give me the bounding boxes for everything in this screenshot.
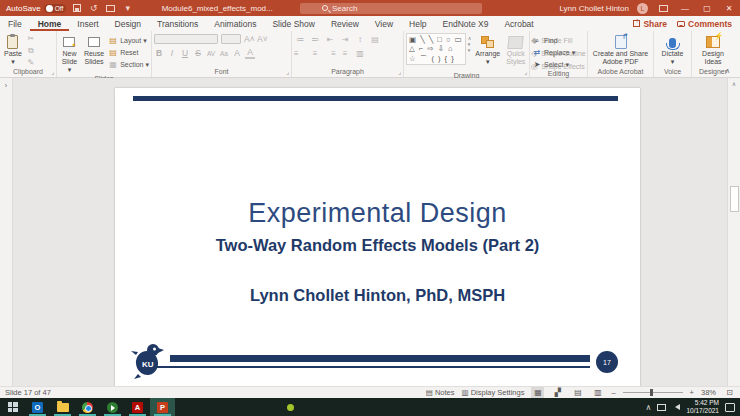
font-size-select[interactable]	[221, 34, 241, 44]
undo-button[interactable]: ↺	[88, 2, 100, 14]
display-settings-button[interactable]: ▥Display Settings	[462, 388, 525, 397]
align-left-button[interactable]: ≡	[294, 49, 306, 58]
bullets-button[interactable]: ≔	[294, 35, 306, 44]
ribbon-display-options-button[interactable]	[656, 1, 670, 15]
restore-button[interactable]: ▢	[700, 1, 714, 15]
network-icon[interactable]	[657, 404, 666, 411]
normal-view-button[interactable]: ▦	[531, 387, 544, 398]
change-case-button[interactable]: Aa	[219, 50, 229, 57]
dialog-launcher-icon[interactable]: ⌟	[286, 68, 289, 75]
align-right-button[interactable]: ≡	[324, 49, 336, 58]
close-button[interactable]: ✕	[722, 1, 736, 15]
dialog-launcher-icon[interactable]: ⌟	[51, 68, 54, 75]
slide-title[interactable]: Experimental Design	[115, 198, 640, 229]
notes-button[interactable]: ▤Notes	[426, 388, 455, 397]
avatar[interactable]: L	[637, 3, 648, 14]
scrollbar-thumb[interactable]	[730, 186, 739, 212]
strikethrough-button[interactable]: S	[193, 48, 203, 58]
design-ideas-button[interactable]: Design Ideas	[694, 33, 732, 67]
slide-subtitle[interactable]: Two-Way Random Effects Models (Part 2)	[115, 236, 640, 255]
quick-styles-button[interactable]: Quick Styles	[504, 33, 527, 67]
shapes-gallery-scroll[interactable]: ∧ ▾ ▾	[468, 33, 472, 55]
autosave-toggle[interactable]: AutoSave Off	[6, 4, 66, 13]
align-center-button[interactable]: ≡	[309, 49, 321, 58]
scroll-up-icon[interactable]: ∧	[728, 80, 740, 87]
expand-thumbnails-icon[interactable]: ›	[0, 82, 12, 89]
taskbar-powerpoint[interactable]: P	[150, 398, 175, 416]
save-button[interactable]	[71, 2, 83, 14]
reading-view-button[interactable]: ▤	[571, 387, 584, 398]
copy-button[interactable]: ⧉	[26, 45, 36, 56]
dialog-launcher-icon[interactable]: ⌟	[398, 68, 401, 75]
tab-home[interactable]: Home	[30, 16, 70, 31]
share-button[interactable]: Share	[633, 19, 667, 29]
zoom-slider-thumb[interactable]	[650, 389, 653, 396]
zoom-in-button[interactable]: +	[690, 388, 694, 397]
action-center-icon[interactable]	[725, 403, 735, 412]
tab-animations[interactable]: Animations	[206, 16, 264, 31]
columns-button[interactable]: ▥	[354, 49, 366, 58]
slide-sorter-view-button[interactable]: ▞	[551, 387, 564, 398]
reuse-slides-button[interactable]: Reuse Slides	[82, 33, 106, 67]
character-spacing-button[interactable]: AV	[206, 50, 216, 57]
tab-design[interactable]: Design	[107, 16, 149, 31]
tab-insert[interactable]: Insert	[69, 16, 106, 31]
taskbar-acrobat-reader[interactable]: A	[125, 398, 150, 416]
start-slideshow-button[interactable]	[105, 2, 117, 14]
document-title[interactable]: Module6_mixed_effects_mod...	[162, 4, 273, 13]
thumbnail-pane-collapsed[interactable]: ›	[0, 78, 13, 386]
minimize-button[interactable]: —	[678, 1, 692, 15]
text-direction-button[interactable]: ▤	[369, 35, 381, 44]
search-input[interactable]: Search	[300, 3, 482, 14]
tab-review[interactable]: Review	[323, 16, 367, 31]
collapse-ribbon-button[interactable]: ∧	[725, 67, 730, 75]
decrease-font-button[interactable]: A˅	[257, 34, 267, 44]
start-button[interactable]	[0, 398, 25, 416]
slide-canvas[interactable]: Experimental Design Two-Way Random Effec…	[115, 88, 640, 386]
justify-button[interactable]: ≡	[339, 49, 351, 58]
arrange-button[interactable]: Arrange ▾	[473, 33, 502, 67]
increase-font-button[interactable]: A˄	[244, 34, 254, 44]
tab-file[interactable]: File	[0, 16, 30, 31]
font-name-select[interactable]	[154, 34, 218, 44]
taskbar-outlook[interactable]: O	[25, 398, 50, 416]
dialog-launcher-icon[interactable]: ⌟	[524, 68, 527, 75]
zoom-out-button[interactable]: –	[611, 388, 615, 397]
replace-button[interactable]: ⇄Replace▾	[532, 47, 575, 58]
zoom-slider[interactable]	[623, 392, 683, 393]
find-button[interactable]: ⌕Find	[532, 35, 575, 46]
customize-qat-button[interactable]: ▾	[122, 2, 134, 14]
fit-to-window-button[interactable]: ⊡	[723, 387, 736, 398]
increase-indent-button[interactable]: ⇥	[339, 35, 351, 44]
underline-button[interactable]: U	[180, 48, 190, 58]
layout-button[interactable]: ▤Layout▾	[108, 35, 149, 46]
tab-help[interactable]: Help	[401, 16, 434, 31]
user-name[interactable]: Lynn Chollet Hinton	[559, 4, 629, 13]
bold-button[interactable]: B	[154, 48, 164, 58]
italic-button[interactable]: I	[167, 48, 177, 58]
text-highlight-button[interactable]: A	[232, 48, 242, 58]
line-spacing-button[interactable]: ↕	[354, 35, 366, 44]
slideshow-view-button[interactable]: ▥	[591, 387, 604, 398]
taskbar-file-explorer[interactable]	[50, 398, 75, 416]
tab-acrobat[interactable]: Acrobat	[496, 16, 541, 31]
paste-button[interactable]: Paste ▾	[2, 33, 24, 67]
reset-button[interactable]: ▤Reset	[108, 47, 149, 58]
comments-button[interactable]: Comments	[677, 19, 732, 29]
taskbar-media-player[interactable]	[100, 398, 125, 416]
vertical-scrollbar[interactable]: ∧	[727, 78, 740, 386]
cut-button[interactable]: ✂	[26, 33, 36, 44]
system-clock[interactable]: 5:42 PM 10/17/2021	[686, 399, 719, 415]
tray-expand-icon[interactable]: ∧	[646, 403, 652, 412]
speaker-icon[interactable]	[672, 404, 680, 410]
zoom-percent[interactable]: 38%	[701, 388, 716, 397]
shapes-gallery[interactable]: ▣ ╲ ╲ □ ○ ▭ △ ⌐ ⇨ ⇩ ⌂ ☆ ⌒ ( ) { }	[406, 33, 466, 65]
dictate-button[interactable]: Dictate ▾	[660, 33, 686, 67]
section-button[interactable]: ▦Section▾	[108, 59, 149, 70]
tab-transitions[interactable]: Transitions	[149, 16, 206, 31]
new-slide-button[interactable]: New Slide ▾	[59, 33, 80, 75]
format-painter-button[interactable]: ✎	[26, 57, 36, 68]
numbering-button[interactable]: ≕	[309, 35, 321, 44]
tab-view[interactable]: View	[367, 16, 401, 31]
decrease-indent-button[interactable]: ⇤	[324, 35, 336, 44]
